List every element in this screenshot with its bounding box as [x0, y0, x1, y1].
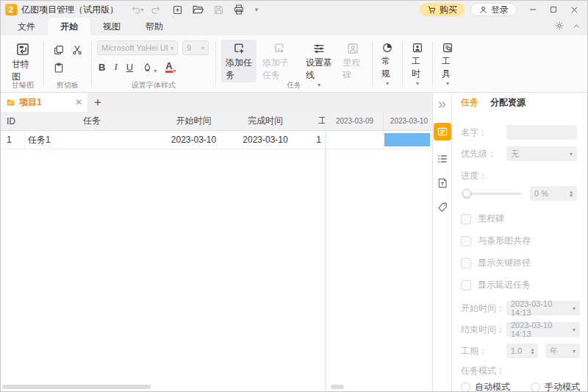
- bold-button[interactable]: B: [98, 62, 105, 73]
- cell-end[interactable]: 2023-03-10: [229, 135, 302, 145]
- cell-start[interactable]: 2023-03-10: [159, 135, 229, 145]
- add-task-button[interactable]: 添加任务: [221, 40, 257, 82]
- col-header-task[interactable]: 任务: [25, 115, 159, 127]
- ribbon: 甘特图 ▾ 甘特图 剪切板 Microsoft YaHei UI▾: [1, 35, 587, 93]
- col-header-start[interactable]: 开始时间: [159, 115, 229, 127]
- panel-icon-strip: [433, 93, 452, 391]
- progress-slider[interactable]: [462, 193, 521, 195]
- buy-button[interactable]: 购买: [420, 3, 465, 16]
- duration-spinner[interactable]: 1.0 ▴▾: [506, 343, 538, 358]
- menu-tab-home[interactable]: 开始: [48, 18, 90, 35]
- task-detail-panel-button[interactable]: [434, 123, 451, 140]
- minimize-button[interactable]: [524, 2, 542, 17]
- name-input[interactable]: [506, 125, 577, 140]
- add-subtask-icon: [273, 42, 286, 55]
- priority-label: 优先级：: [461, 148, 506, 160]
- close-button[interactable]: [565, 2, 583, 17]
- progress-spinner[interactable]: 0 % ▴▾: [530, 186, 577, 201]
- col-header-end[interactable]: 完成时间: [229, 115, 302, 127]
- table-horizontal-scrollbar[interactable]: [2, 385, 151, 389]
- cut-button[interactable]: [68, 41, 86, 58]
- undo-button[interactable]: ▾: [130, 3, 145, 16]
- panel-form: 名字： 优先级： 无 ▾ 进度： 0 %: [452, 112, 587, 391]
- duration-spinner-arrows-icon[interactable]: ▴▾: [531, 347, 534, 354]
- delayed-task-checkbox[interactable]: [461, 280, 471, 291]
- redo-button[interactable]: [148, 3, 162, 16]
- coexist-checkbox-row: 与条形图共存: [461, 235, 580, 247]
- underline-button[interactable]: U: [126, 62, 133, 73]
- coexist-bar-checkbox[interactable]: [461, 236, 471, 246]
- italic-button[interactable]: I: [114, 61, 117, 73]
- duration-unit-select[interactable]: 年 ▾: [545, 343, 580, 358]
- left-column: 项目1 ✕ ＋ ID 任务 开始时间 完成时间 工期 1 任务1: [1, 93, 433, 391]
- copy-button[interactable]: [50, 41, 68, 58]
- undo-dropdown-icon[interactable]: ▾: [140, 7, 143, 13]
- start-time-dropdown-icon: ▾: [573, 307, 576, 310]
- save-button[interactable]: [211, 3, 226, 16]
- cell-task[interactable]: 任务1: [25, 134, 159, 146]
- titlebar: 2 亿图项目管理（试用版） ▾ ▾ 购买 登录: [1, 1, 587, 18]
- tag-panel-icon[interactable]: [437, 202, 448, 213]
- note-panel-icon[interactable]: [437, 177, 448, 189]
- login-button[interactable]: 登录: [470, 3, 517, 16]
- collapse-panel-icon[interactable]: [437, 99, 448, 110]
- menu-tab-file[interactable]: 文件: [5, 18, 48, 35]
- person-frame-icon: [412, 42, 423, 54]
- font-family-select[interactable]: Microsoft YaHei UI▾: [97, 40, 178, 55]
- auto-mode-radio[interactable]: [461, 382, 470, 391]
- col-header-duration[interactable]: 工期: [302, 115, 325, 127]
- tools-button[interactable]: 工具 ▾: [437, 40, 458, 86]
- paste-button[interactable]: [50, 59, 68, 76]
- priority-select[interactable]: 无 ▾: [506, 146, 577, 161]
- manual-mode-option[interactable]: 手动模式: [531, 381, 580, 391]
- cell-duration[interactable]: 1: [302, 135, 325, 145]
- end-time-dropdown-icon: ▾: [573, 328, 576, 332]
- font-color-button[interactable]: A▾: [165, 61, 176, 73]
- new-document-button[interactable]: [170, 3, 184, 16]
- coexist-checkbox-label: 与条形图共存: [478, 235, 531, 247]
- table-row[interactable]: 1 任务1 2023-03-10 2023-03-10 1: [1, 131, 325, 149]
- document-tab-project1[interactable]: 项目1 ✕: [1, 93, 87, 112]
- general-button[interactable]: 常规 ▾: [377, 40, 398, 86]
- start-time-select[interactable]: 2023-03-10 14:13 ▾: [506, 301, 580, 316]
- ribbon-group-worktime: 工时 ▾: [403, 35, 432, 92]
- menubar: 文件 开始 视图 帮助: [1, 18, 587, 35]
- panel-tab-resources[interactable]: 分配资源: [490, 96, 526, 109]
- ribbon-group-gantt: 甘特图 ▾ 甘特图: [2, 35, 43, 92]
- menu-tab-help[interactable]: 帮助: [133, 18, 176, 35]
- open-file-button[interactable]: [190, 3, 205, 16]
- manual-mode-radio[interactable]: [531, 382, 540, 391]
- progress-spinner-arrows-icon[interactable]: ▴▾: [570, 190, 573, 197]
- maximize-button[interactable]: [545, 2, 562, 17]
- panel-tab-task[interactable]: 任务: [461, 96, 478, 109]
- print-button[interactable]: [232, 3, 246, 16]
- collapse-ribbon-icon[interactable]: [572, 21, 581, 31]
- form-icon: [437, 126, 448, 138]
- table-header-row: ID 任务 开始时间 完成时间 工期: [1, 112, 325, 131]
- end-time-select[interactable]: 2023-03-10 14:13 ▾: [506, 322, 580, 337]
- gantt-task-bar[interactable]: [384, 133, 430, 146]
- add-subtask-button[interactable]: 添加子任务: [258, 40, 300, 82]
- quick-access-more-button[interactable]: ▾: [249, 3, 264, 16]
- list-panel-icon[interactable]: [437, 153, 448, 165]
- menu-tab-view[interactable]: 视图: [90, 18, 133, 35]
- progress-label: 进度：: [461, 170, 487, 182]
- fill-color-button[interactable]: ▾: [142, 62, 157, 73]
- name-label: 名字：: [461, 126, 506, 139]
- font-size-select[interactable]: 9▾: [182, 40, 209, 55]
- progress-slider-thumb[interactable]: [462, 189, 471, 198]
- milestone-checkbox[interactable]: [461, 214, 471, 224]
- gantt-horizontal-scrollbar[interactable]: [331, 385, 344, 389]
- new-tab-button[interactable]: ＋: [87, 93, 108, 112]
- app-title: 亿图项目管理（试用版）: [21, 4, 118, 16]
- gantt-chart: 2023-03-09 2023-03-10: [326, 112, 432, 391]
- font-group-label: 设置字体样式: [92, 80, 215, 90]
- work-time-button[interactable]: 工时 ▾: [407, 40, 428, 86]
- critical-path-checkbox-row: 显示关键路径: [461, 257, 580, 269]
- settings-gear-icon[interactable]: [554, 21, 564, 31]
- critical-path-checkbox[interactable]: [461, 258, 471, 268]
- milestone-button[interactable]: 里程碑: [338, 40, 367, 82]
- tab-close-icon[interactable]: ✕: [75, 97, 82, 107]
- auto-mode-option[interactable]: 自动模式: [461, 381, 510, 391]
- col-header-id[interactable]: ID: [1, 116, 25, 126]
